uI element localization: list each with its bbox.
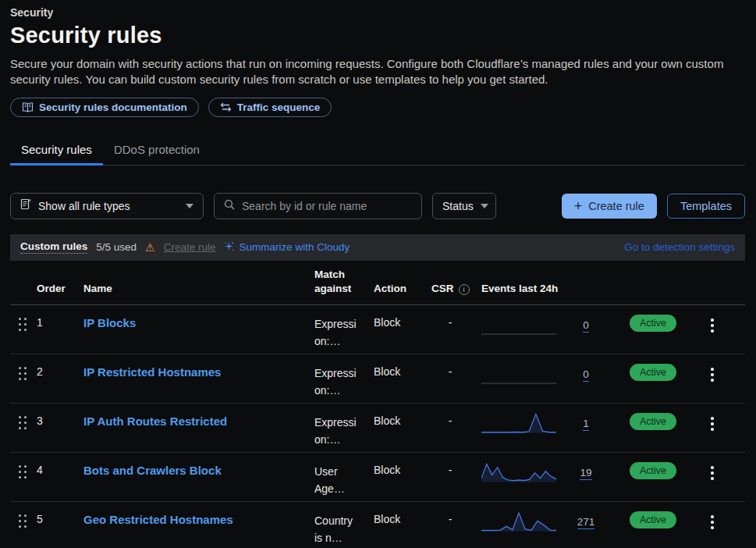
create-rule-disabled-link[interactable]: Create rule: [164, 241, 216, 253]
table-row: 2 IP Restricted Hostnames Expression:… B…: [10, 354, 745, 404]
drag-handle[interactable]: [10, 305, 37, 331]
filter-toolbar: Show all rule types Status + Create rule…: [10, 193, 745, 219]
search-icon: [224, 199, 235, 213]
row-order: 1: [37, 305, 83, 329]
events-count-link[interactable]: 19: [580, 467, 591, 480]
rule-type-dropdown-value: Show all rule types: [38, 200, 179, 212]
row-match: Country is n…: [314, 502, 361, 546]
col-events: Events last 24h: [481, 282, 608, 297]
row-csr: -: [431, 453, 469, 476]
kebab-icon: [706, 464, 719, 482]
security-docs-button[interactable]: Security rules documentation: [10, 98, 199, 117]
drag-handle[interactable]: [10, 502, 37, 528]
table-header: Order Name Match against Action CSR i Ev…: [10, 268, 745, 306]
custom-rules-title[interactable]: Custom rules: [20, 240, 87, 254]
plus-icon: +: [574, 199, 583, 213]
events-count-link[interactable]: 0: [583, 368, 589, 382]
row-menu-button[interactable]: [698, 453, 726, 482]
page-title: Security rules: [10, 23, 745, 48]
rule-type-dropdown[interactable]: Show all rule types: [10, 193, 204, 219]
rule-name-link[interactable]: IP Restricted Hostnames: [83, 365, 221, 379]
table-row: 4 Bots and Crawlers Block User Age… Bloc…: [10, 453, 745, 502]
row-order: 5: [37, 502, 83, 525]
rule-name-link[interactable]: IP Auth Routes Restricted: [83, 415, 227, 428]
row-action: Block: [374, 453, 431, 476]
drag-handle[interactable]: [10, 354, 37, 380]
row-menu-button[interactable]: [698, 354, 726, 383]
kebab-icon: [706, 415, 719, 432]
rules-table-body: 1 IP Blocks Expression:… Block - 0 Activ…: [10, 305, 745, 548]
tab-security-rules[interactable]: Security rules: [10, 136, 103, 165]
status-badge: Active: [630, 315, 676, 332]
row-csr: -: [431, 502, 469, 525]
search-input[interactable]: [242, 200, 412, 212]
col-match-against: Match against: [314, 268, 363, 297]
col-action: Action: [374, 282, 431, 297]
row-order: 4: [37, 453, 83, 476]
drag-handle[interactable]: [10, 404, 37, 429]
tab-bar: Security rules DDoS protection: [10, 136, 745, 165]
traffic-sequence-button[interactable]: Traffic sequence: [208, 98, 332, 117]
rule-doc-icon: [20, 198, 31, 213]
kebab-icon: [706, 514, 719, 531]
create-rule-button[interactable]: + Create rule: [562, 194, 657, 219]
events-count-link[interactable]: 0: [583, 319, 589, 333]
row-order: 3: [37, 404, 83, 427]
rule-search[interactable]: [214, 193, 422, 219]
status-dropdown-value: Status: [442, 200, 474, 212]
row-menu-button[interactable]: [698, 404, 726, 432]
row-order: 2: [37, 354, 83, 378]
detection-settings-link[interactable]: Go to detection settings: [624, 241, 735, 253]
rules-table: Order Name Match against Action CSR i Ev…: [10, 268, 745, 548]
drag-handle[interactable]: [10, 453, 37, 479]
status-badge: Active: [630, 511, 676, 528]
page-description: Secure your domain with security actions…: [10, 56, 745, 88]
custom-rules-usage: 5/5 used: [96, 241, 137, 253]
events-sparkline: [481, 305, 564, 338]
rule-name-link[interactable]: IP Blocks: [83, 316, 136, 329]
traffic-sequence-label: Traffic sequence: [237, 101, 321, 113]
row-csr: -: [431, 305, 469, 329]
summarize-with-cloudy-link[interactable]: Summarize with Cloudy: [224, 241, 350, 254]
row-csr: -: [431, 404, 469, 427]
info-icon[interactable]: i: [459, 284, 470, 295]
row-match: Expression:…: [314, 404, 361, 448]
events-count-link[interactable]: 271: [577, 516, 595, 529]
security-docs-label: Security rules documentation: [39, 101, 187, 113]
status-dropdown[interactable]: Status: [432, 193, 496, 219]
kebab-icon: [706, 366, 719, 383]
rule-name-link[interactable]: Geo Restricted Hostnames: [83, 513, 233, 526]
templates-button[interactable]: Templates: [667, 194, 745, 219]
create-rule-label: Create rule: [588, 200, 644, 212]
rule-name-link[interactable]: Bots and Crawlers Block: [83, 464, 222, 477]
custom-rules-bar: Custom rules 5/5 used ⚠ Create rule Summ…: [10, 234, 745, 261]
row-action: Block: [374, 404, 431, 427]
events-count-link[interactable]: 1: [583, 418, 589, 431]
status-badge: Active: [630, 413, 676, 430]
sparkle-icon: [224, 241, 234, 254]
events-sparkline: [481, 404, 564, 436]
chevron-down-icon: [481, 204, 488, 208]
events-sparkline: [481, 502, 564, 535]
row-match: User Age…: [314, 453, 361, 497]
breadcrumb[interactable]: Security: [10, 6, 745, 19]
table-row: 3 IP Auth Routes Restricted Expression:……: [10, 404, 745, 453]
row-menu-button[interactable]: [698, 305, 726, 334]
table-row: 1 IP Blocks Expression:… Block - 0 Activ…: [10, 305, 745, 354]
status-badge: Active: [630, 364, 676, 381]
events-sparkline: [481, 453, 564, 486]
book-icon: [22, 102, 34, 112]
row-action: Block: [374, 354, 431, 378]
row-menu-button[interactable]: [698, 502, 726, 531]
col-order: Order: [37, 282, 83, 297]
warning-icon: ⚠: [145, 242, 155, 253]
row-csr: -: [431, 354, 469, 378]
row-match: Expression:…: [314, 305, 361, 350]
table-row: 5 Geo Restricted Hostnames Country is n……: [10, 502, 745, 548]
row-match: Expression:…: [314, 354, 361, 399]
chevron-down-icon: [186, 204, 193, 208]
status-badge: Active: [630, 462, 676, 479]
tab-ddos-protection[interactable]: DDoS protection: [103, 136, 211, 165]
page-header: Security Security rules Secure your doma…: [10, 6, 745, 117]
col-csr: CSR i: [431, 282, 481, 297]
